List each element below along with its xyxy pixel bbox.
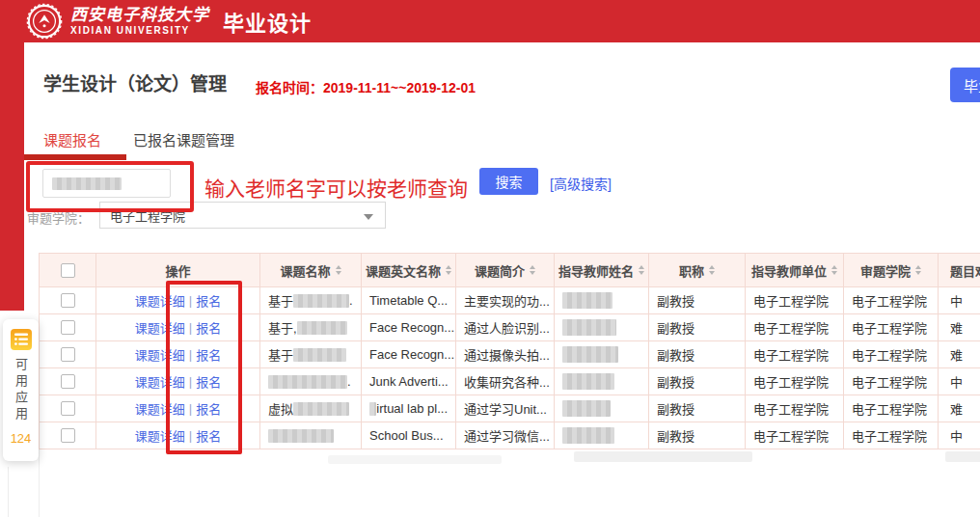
column-header[interactable]: 课题英文名称 bbox=[362, 253, 456, 287]
column-header[interactable]: 审题学院 bbox=[844, 253, 939, 287]
sort-desc-icon bbox=[709, 271, 715, 275]
teacher-rank: 副教授 bbox=[657, 345, 694, 364]
redacted-text bbox=[562, 427, 614, 444]
teacher-name-cell bbox=[555, 422, 649, 449]
row-checkbox[interactable] bbox=[61, 320, 75, 335]
app-title: 毕业设计 bbox=[223, 6, 312, 37]
topic-intro-cell: 通过学习Unit... bbox=[456, 395, 555, 422]
row-checkbox[interactable] bbox=[61, 428, 75, 443]
sort-icon[interactable] bbox=[530, 265, 535, 275]
column-header[interactable]: 指导教师单位 bbox=[746, 253, 844, 287]
sort-icon[interactable] bbox=[709, 265, 715, 275]
topic-en-name: Face Recogn... bbox=[369, 320, 454, 335]
teacher-rank-cell: 副教授 bbox=[649, 368, 746, 395]
topic-intro: 通过学习Unit... bbox=[464, 399, 547, 418]
blur-artifact bbox=[574, 451, 752, 462]
topic-intro-cell: 通过学习微信... bbox=[456, 422, 555, 449]
column-header[interactable]: 职称 bbox=[649, 253, 746, 287]
blur-artifact bbox=[328, 455, 502, 464]
sort-asc-icon bbox=[336, 265, 341, 269]
difficulty-cell: 中 bbox=[939, 287, 980, 314]
university-name-cn: 西安电子科技大学 bbox=[70, 7, 209, 23]
topic-intro-cell: 收集研究各种... bbox=[456, 368, 555, 395]
teacher-name-cell bbox=[555, 287, 649, 314]
teacher-rank: 副教授 bbox=[657, 291, 694, 310]
advanced-search-link[interactable]: [高级搜索] bbox=[550, 174, 612, 193]
sort-icon[interactable] bbox=[336, 265, 341, 275]
topic-intro-cell: 主要实现的功... bbox=[456, 287, 555, 314]
teacher-unit: 电子工程学院 bbox=[753, 291, 829, 310]
topic-intro-cell: 通过摄像头拍... bbox=[456, 341, 555, 368]
redacted-text bbox=[369, 402, 376, 416]
difficulty-value: 中 bbox=[950, 372, 963, 391]
topic-en-name: School Bus... bbox=[369, 428, 444, 443]
topic-intro: 主要实现的功... bbox=[464, 291, 550, 310]
teacher-name-cell bbox=[555, 368, 649, 395]
column-header-label: 题目难度 bbox=[950, 261, 980, 280]
row-checkbox[interactable] bbox=[61, 293, 75, 308]
redacted-text bbox=[268, 429, 334, 443]
search-button[interactable]: 搜索 bbox=[479, 168, 538, 195]
left-red-stripe bbox=[0, 42, 24, 311]
app-screen: 西安电子科技大学 XIDIAN UNIVERSITY 毕业设计 学生设计（论文）… bbox=[0, 0, 980, 517]
column-header-label: 课题英文名称 bbox=[366, 261, 441, 280]
university-seal-logo bbox=[26, 3, 63, 40]
redacted-text bbox=[268, 375, 347, 389]
sort-icon[interactable] bbox=[831, 265, 837, 275]
available-apps-panel[interactable]: 可用应用 124 bbox=[3, 319, 39, 461]
registration-period-label: 报名时间： bbox=[256, 80, 323, 95]
teacher-unit: 电子工程学院 bbox=[753, 372, 829, 391]
row-select-cell bbox=[39, 395, 96, 422]
column-header[interactable]: 课题名称 bbox=[260, 253, 362, 287]
teacher-unit-cell: 电子工程学院 bbox=[746, 287, 844, 314]
sort-asc-icon bbox=[639, 265, 644, 269]
redacted-text bbox=[293, 348, 346, 362]
corner-graduation-button[interactable]: 毕业设计 bbox=[950, 68, 980, 102]
redacted-text bbox=[562, 319, 616, 336]
teacher-unit: 电子工程学院 bbox=[753, 426, 829, 445]
sort-asc-icon bbox=[915, 265, 921, 269]
topic-en-name-cell: irtual lab pl... bbox=[362, 395, 456, 422]
tab-topic-registration[interactable]: 课题报名 bbox=[43, 129, 101, 150]
select-all-checkbox[interactable] bbox=[61, 263, 75, 278]
review-college: 电子工程学院 bbox=[852, 345, 927, 364]
difficulty-cell: 中 bbox=[939, 368, 980, 395]
column-header[interactable]: 题目难度 bbox=[939, 253, 980, 287]
review-college: 电子工程学院 bbox=[852, 318, 927, 337]
available-apps-count: 124 bbox=[11, 431, 32, 446]
sort-icon[interactable] bbox=[446, 265, 451, 275]
review-college: 电子工程学院 bbox=[852, 291, 927, 310]
teacher-rank-cell: 副教授 bbox=[649, 341, 746, 368]
topic-en-name: Junk Adverti... bbox=[369, 374, 449, 389]
sort-icon[interactable] bbox=[639, 265, 644, 275]
sort-desc-icon bbox=[831, 271, 837, 275]
column-header-label: 课题简介 bbox=[475, 261, 525, 280]
column-header-label: 指导教师单位 bbox=[751, 261, 827, 280]
topic-intro: 通过摄像头拍... bbox=[464, 345, 550, 364]
difficulty-cell: 难 bbox=[939, 395, 980, 422]
sort-icon[interactable] bbox=[915, 265, 921, 275]
row-select-cell bbox=[39, 314, 96, 341]
teacher-unit-cell: 电子工程学院 bbox=[746, 368, 844, 395]
topic-en-name-cell: School Bus... bbox=[362, 422, 456, 449]
sort-desc-icon bbox=[639, 271, 644, 275]
review-college: 电子工程学院 bbox=[852, 372, 927, 391]
teacher-name-cell bbox=[555, 395, 649, 422]
column-header[interactable]: 指导教师姓名 bbox=[555, 253, 649, 287]
topic-name-cell: 虚拟 bbox=[260, 395, 362, 422]
review-college-cell: 电子工程学院 bbox=[844, 314, 939, 341]
row-checkbox[interactable] bbox=[61, 401, 75, 416]
column-header[interactable]: 课题简介 bbox=[456, 253, 555, 287]
row-checkbox[interactable] bbox=[61, 347, 75, 362]
row-checkbox[interactable] bbox=[61, 374, 75, 389]
review-college-cell: 电子工程学院 bbox=[844, 395, 939, 422]
university-name-block: 西安电子科技大学 XIDIAN UNIVERSITY bbox=[70, 7, 209, 36]
redacted-text bbox=[297, 321, 347, 335]
page-title: 学生设计（论文）管理 bbox=[43, 69, 227, 95]
tab-registered-topics[interactable]: 已报名课题管理 bbox=[133, 129, 234, 150]
teacher-unit-cell: 电子工程学院 bbox=[746, 422, 844, 449]
difficulty-cell: 难 bbox=[939, 314, 980, 341]
sort-asc-icon bbox=[446, 265, 451, 269]
divider-line bbox=[8, 467, 9, 517]
topic-name-prefix: 基于, bbox=[268, 318, 297, 337]
